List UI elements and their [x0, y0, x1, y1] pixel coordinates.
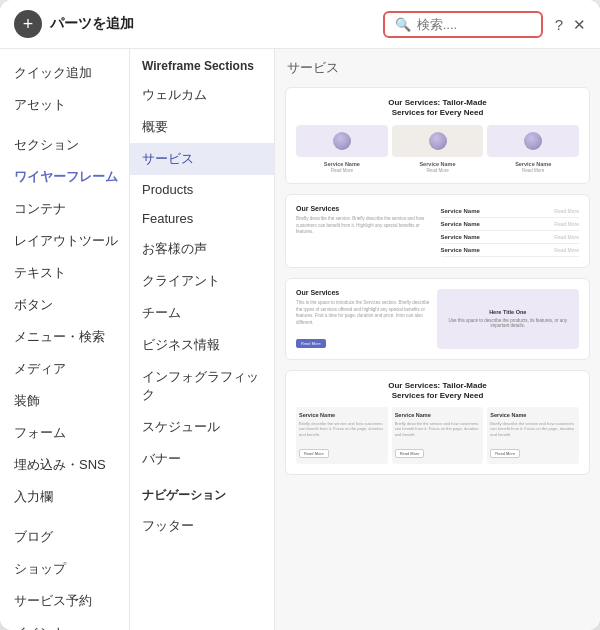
card1-col1-circle: [333, 132, 351, 150]
panel-title: パーツを追加: [50, 15, 375, 33]
search-input[interactable]: [417, 17, 531, 32]
middle-item-products[interactable]: Products: [130, 175, 274, 204]
middle-panel: Wireframe Sections ウェルカム 概要 サービス Product…: [130, 49, 275, 630]
preview-card-1[interactable]: Our Services: Tailor-MadeServices for Ev…: [285, 87, 590, 184]
card1-col3-label: Service Name: [515, 161, 551, 167]
card1-title: Our Services: Tailor-MadeServices for Ev…: [296, 98, 579, 119]
card4-col3-btn[interactable]: Read More: [490, 449, 520, 458]
card1-col3-img: [487, 125, 579, 157]
card1-col-3: Service Name Read More: [487, 125, 579, 173]
card4-col2-btn[interactable]: Read More: [395, 449, 425, 458]
middle-item-schedule[interactable]: スケジュール: [130, 411, 274, 443]
card2-row2-name: Service Name: [441, 221, 555, 227]
middle-item-business[interactable]: ビジネス情報: [130, 329, 274, 361]
card4-col1-text: Briefly describe the service and how cus…: [299, 421, 385, 438]
card2-desc: Briefly describe the service. Briefly de…: [296, 216, 435, 236]
card4-col2-name: Service Name: [395, 412, 481, 418]
left-nav-text[interactable]: テキスト: [0, 257, 129, 289]
card3-desc: This is the space to introduce the Servi…: [296, 300, 431, 327]
card2-row1-left: Service Name: [441, 208, 555, 214]
left-nav-menu[interactable]: メニュー・検索: [0, 321, 129, 353]
left-nav-container[interactable]: コンテナ: [0, 193, 129, 225]
card2-left: Our Services Briefly describe the servic…: [296, 205, 435, 257]
card1-col2-circle: [429, 132, 447, 150]
card4-col3-text: Briefly describe the service and how cus…: [490, 421, 576, 438]
card3-inner: Our Services This is the space to introd…: [296, 289, 579, 349]
card1-3col: Service Name Read More Service Name Read…: [296, 125, 579, 173]
middle-item-client[interactable]: クライアント: [130, 265, 274, 297]
card2-row3-name: Service Name: [441, 234, 555, 240]
card4-title: Our Services: Tailor-MadeServices for Ev…: [296, 381, 579, 402]
card4-col2-inner: Service Name Briefly describe the servic…: [392, 407, 484, 465]
card4-col1-btn[interactable]: Read More: [299, 449, 329, 458]
middle-item-footer[interactable]: フッター: [130, 510, 274, 542]
card2-row-4: Service Name Read More: [441, 244, 580, 257]
left-nav: クイック追加 アセット セクション ワイヤーフレーム コンテナ レイアウトツール…: [0, 49, 130, 630]
preview-card-4[interactable]: Our Services: Tailor-MadeServices for Ev…: [285, 370, 590, 476]
card1-col3-circle: [524, 132, 542, 150]
left-nav-decoration[interactable]: 装飾: [0, 385, 129, 417]
middle-item-features[interactable]: Features: [130, 204, 274, 233]
left-nav-shop[interactable]: ショップ: [0, 553, 129, 585]
card1-col1-sub: Read More: [331, 168, 353, 173]
left-nav-event[interactable]: イベント: [0, 617, 129, 630]
card2-inner: Our Services Briefly describe the servic…: [296, 205, 579, 257]
card2-row2-right: Read More: [554, 221, 579, 227]
left-nav-booking[interactable]: サービス予約: [0, 585, 129, 617]
left-nav-layout[interactable]: レイアウトツール: [0, 225, 129, 257]
card2-row4-name: Service Name: [441, 247, 555, 253]
card1-col-1: Service Name Read More: [296, 125, 388, 173]
card1-col2-img: [392, 125, 484, 157]
left-nav-embed[interactable]: 埋め込み・SNS: [0, 449, 129, 481]
main-panel: + パーツを追加 🔍 ? ✕ クイック追加 アセット セクション ワイヤーフレー…: [0, 0, 600, 630]
right-panel-title: サービス: [285, 59, 590, 77]
left-nav-form[interactable]: フォーム: [0, 417, 129, 449]
middle-item-testimonial[interactable]: お客様の声: [130, 233, 274, 265]
left-nav-section[interactable]: セクション: [0, 129, 129, 161]
left-nav-asset[interactable]: アセット: [0, 89, 129, 121]
middle-item-services[interactable]: サービス: [130, 143, 274, 175]
add-button[interactable]: +: [14, 10, 42, 38]
card2-row3-right: Read More: [554, 234, 579, 240]
card4-col1-inner: Service Name Briefly describe the servic…: [296, 407, 388, 465]
card1-col2-label: Service Name: [419, 161, 455, 167]
left-nav-blog[interactable]: ブログ: [0, 521, 129, 553]
card3-right: Here Title One Use this space to describ…: [437, 289, 580, 349]
card2-row4-left: Service Name: [441, 247, 555, 253]
middle-item-welcome[interactable]: ウェルカム: [130, 79, 274, 111]
card3-header: Our Services: [296, 289, 431, 296]
right-panel: サービス Our Services: Tailor-MadeServices f…: [275, 49, 600, 630]
card2-header: Our Services: [296, 205, 435, 212]
card1-col-2: Service Name Read More: [392, 125, 484, 173]
header: + パーツを追加 🔍 ? ✕: [0, 0, 600, 49]
left-nav-quick-add[interactable]: クイック追加: [0, 57, 129, 89]
search-box[interactable]: 🔍: [383, 11, 543, 38]
card2-row-2: Service Name Read More: [441, 218, 580, 231]
help-button[interactable]: ?: [555, 17, 563, 32]
preview-card-2[interactable]: Our Services Briefly describe the servic…: [285, 194, 590, 268]
preview-card-3[interactable]: Our Services This is the space to introd…: [285, 278, 590, 360]
card3-btn[interactable]: Read More: [296, 339, 326, 348]
card2-row1-right: Read More: [554, 208, 579, 214]
body: クイック追加 アセット セクション ワイヤーフレーム コンテナ レイアウトツール…: [0, 49, 600, 630]
card2-row-1: Service Name Read More: [441, 205, 580, 218]
middle-item-banner[interactable]: バナー: [130, 443, 274, 475]
card4-col3-name: Service Name: [490, 412, 576, 418]
middle-item-overview[interactable]: 概要: [130, 111, 274, 143]
card1-col1-img: [296, 125, 388, 157]
card4-col-2: Service Name Briefly describe the servic…: [392, 407, 484, 465]
close-button[interactable]: ✕: [573, 17, 586, 32]
card4-col1-name: Service Name: [299, 412, 385, 418]
middle-section-header-1: Wireframe Sections: [130, 49, 274, 79]
card2-row2-left: Service Name: [441, 221, 555, 227]
middle-item-team[interactable]: チーム: [130, 297, 274, 329]
header-icons: ? ✕: [555, 17, 586, 32]
middle-item-infographic[interactable]: インフォグラフィック: [130, 361, 274, 411]
left-nav-wireframe[interactable]: ワイヤーフレーム: [0, 161, 129, 193]
left-nav-input[interactable]: 入力欄: [0, 481, 129, 513]
card3-left: Our Services This is the space to introd…: [296, 289, 431, 349]
card3-right-title: Here Title One: [489, 309, 526, 315]
card2-row-3: Service Name Read More: [441, 231, 580, 244]
left-nav-button[interactable]: ボタン: [0, 289, 129, 321]
left-nav-media[interactable]: メディア: [0, 353, 129, 385]
